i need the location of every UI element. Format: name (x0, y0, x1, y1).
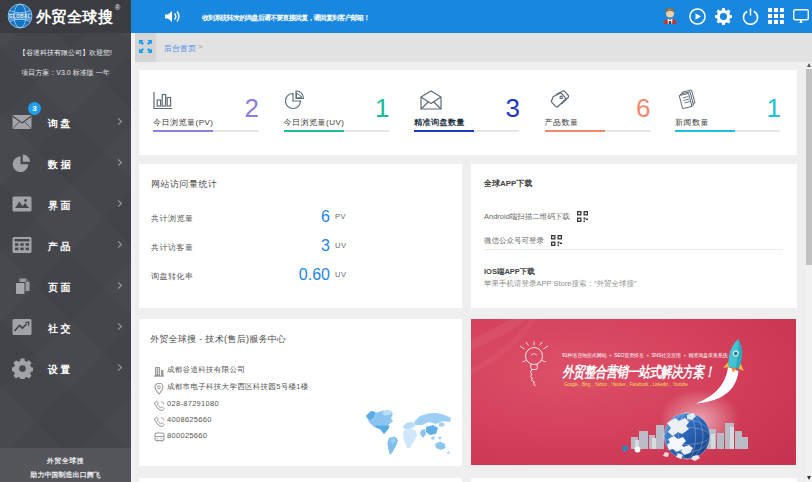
svg-text:91种语言响应式网站 ＋ SEO首页排名 ＋ SNS社交应用: 91种语言响应式网站 ＋ SEO首页排名 ＋ SNS社交应用 ＋ 精准询盘采集系… (562, 352, 728, 359)
svg-text:GLOBAL: GLOBAL (9, 14, 31, 19)
svg-text:外贸整合营销一站式解决方案！: 外贸整合营销一站式解决方案！ (562, 364, 715, 381)
svg-text:Google，Bing，Yahoo，Yandex，Faceb: Google，Bing，Yahoo，Yandex，Facebook，Linked… (564, 382, 688, 387)
